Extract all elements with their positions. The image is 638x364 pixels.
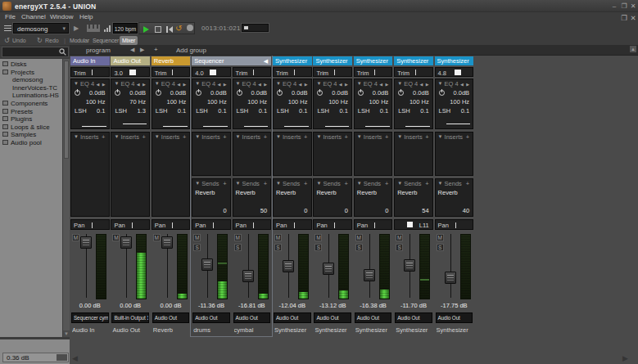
inserts-panel-header[interactable]: ▼Inserts+ [71, 133, 109, 141]
eq-panel-header[interactable]: ▼EQ 4◀ ▶ [274, 80, 311, 88]
tab-mixer[interactable]: Mixer [120, 36, 138, 45]
eq-panel-header[interactable]: ▼EQ 4◀ ▶ [395, 80, 432, 88]
menu-window[interactable]: Window [50, 13, 73, 20]
rewind-button[interactable] [166, 26, 173, 33]
solo-button-synthesizer[interactable]: S [314, 244, 322, 251]
play-button[interactable] [143, 26, 149, 33]
sends-panel-header[interactable]: ▼Sends+ [192, 180, 230, 187]
fader-handle-audio-out[interactable] [120, 236, 132, 249]
main-menu-icon[interactable] [4, 25, 11, 31]
fader-handle-cymbal[interactable] [242, 270, 254, 282]
send-amount-value[interactable]: 40 [463, 207, 469, 214]
menu-file[interactable]: File [5, 13, 16, 20]
output-selector-synthesizer[interactable]: Audio Out [355, 312, 392, 323]
mute-button-reverb[interactable]: M [153, 234, 161, 241]
sends-panel-header[interactable]: ▼Sends+ [233, 180, 271, 187]
output-selector-synthesizer[interactable]: Audio Out [436, 312, 473, 323]
sends-panel-header[interactable]: ▼Sends+ [395, 180, 432, 187]
eq-power-icon[interactable] [75, 90, 80, 96]
eq-band-arrows[interactable]: ◀ ▶ [218, 82, 228, 87]
output-selector-synthesizer[interactable]: Audio Out [395, 312, 432, 323]
output-selector-drums[interactable]: Audio Out [192, 312, 230, 323]
add-insert-icon[interactable]: + [102, 133, 105, 141]
strip-header-synthesizer[interactable]: Synthesizer [354, 56, 393, 65]
output-selector-audio-in[interactable]: Sequencer cym [71, 312, 109, 323]
preview-volume-handle[interactable] [57, 354, 67, 361]
tab-sequencer[interactable]: Sequencer [90, 36, 121, 45]
add-send-icon[interactable]: + [304, 180, 307, 187]
send-amount-value[interactable]: 0 [385, 207, 388, 214]
trim-handle[interactable] [129, 70, 136, 75]
strip-header-audio-out[interactable]: Audio Out [111, 56, 150, 65]
search-input[interactable] [2, 47, 69, 57]
add-insert-icon[interactable]: + [466, 133, 469, 141]
trim-slider-synthesizer[interactable]: Trim [273, 67, 312, 77]
trim-slider-cymbal[interactable]: Trim [233, 67, 272, 77]
master-mini-slider[interactable] [242, 24, 269, 32]
inserts-panel-header[interactable]: ▼Inserts+ [111, 133, 149, 141]
add-group-button[interactable]: Add group [176, 47, 206, 54]
mdi-close-button[interactable]: ✕ [629, 14, 637, 22]
strip-header-audio-in[interactable]: Audio In [70, 56, 110, 65]
pan-handle[interactable] [407, 222, 413, 227]
trim-slider-synthesizer[interactable]: Trim [313, 67, 352, 77]
mute-button-audio-in[interactable]: M [72, 234, 79, 241]
add-insert-icon[interactable]: + [385, 133, 388, 141]
inserts-panel-header[interactable]: ▼Inserts+ [274, 133, 311, 141]
tree-scrollbar[interactable]: ▼ [63, 59, 70, 337]
pan-slider-synthesizer[interactable]: Pan [435, 219, 474, 230]
mute-button-synthesizer[interactable]: M [396, 234, 403, 241]
send-amount-value[interactable]: 50 [260, 207, 267, 214]
close-button[interactable]: ✕ [629, 2, 637, 11]
send-target-label[interactable]: Reverb [276, 189, 296, 196]
eq-band-arrows[interactable]: ◀ ▶ [298, 82, 308, 87]
mixer-hscroll-right-arrow[interactable]: ▶ [622, 354, 628, 362]
send-target-label[interactable]: Reverb [236, 189, 256, 196]
sidebar-item-components[interactable]: Components [0, 100, 62, 108]
sidebar-item-samples[interactable]: Samples [0, 131, 62, 139]
output-selector-cymbal[interactable]: Audio Out [233, 312, 271, 323]
inserts-panel-header[interactable]: ▼Inserts+ [395, 133, 432, 141]
output-selector-audio-out[interactable]: Built-in Output 1 [111, 312, 149, 323]
trim-handle[interactable] [210, 70, 216, 75]
pan-slider-audio-in[interactable]: Pan [70, 219, 110, 230]
solo-button-synthesizer[interactable]: S [274, 244, 282, 251]
add-insert-icon[interactable]: + [143, 133, 146, 141]
sidebar-item-loops-slice[interactable]: Loops & slice [0, 124, 62, 132]
eq-band-arrows[interactable]: ◀ ▶ [339, 82, 349, 87]
menu-channel[interactable]: Channel [21, 13, 46, 20]
eq-band-arrows[interactable]: ◀ ▶ [460, 82, 470, 87]
add-send-icon[interactable]: + [345, 180, 348, 187]
fader-handle-synthesizer[interactable] [283, 260, 294, 272]
eq-power-icon[interactable] [358, 90, 364, 96]
strip-header-sequencer[interactable]: Sequencer◀ [192, 56, 271, 65]
redo-button[interactable]: Redo [45, 38, 59, 43]
mixer-vscroll-up-arrow[interactable]: ▲ [630, 46, 636, 52]
inserts-panel-header[interactable]: ▼Inserts+ [355, 133, 392, 141]
mute-button-audio-out[interactable]: M [112, 234, 120, 241]
eq-band-arrows[interactable]: ◀ ▶ [379, 82, 389, 87]
solo-button-synthesizer[interactable]: S [437, 244, 444, 251]
mute-button-cymbal[interactable]: M [234, 234, 242, 241]
inserts-panel-header[interactable]: ▼Inserts+ [436, 133, 473, 141]
sidebar-item-audio-pool[interactable]: Audio pool [0, 139, 62, 147]
inserts-panel-header[interactable]: ▼Inserts+ [233, 133, 271, 141]
solo-button-cymbal[interactable]: S [234, 244, 242, 251]
sidebar-item-luminations-hs[interactable]: Luminations-HS [0, 92, 62, 100]
add-send-icon[interactable]: + [466, 180, 469, 187]
eq-power-icon[interactable] [398, 90, 404, 96]
send-amount-value[interactable]: 54 [422, 207, 428, 214]
sidebar-item-disks[interactable]: Disks [0, 61, 62, 69]
piano-icon[interactable] [87, 25, 101, 33]
loop-button[interactable]: ↺ [175, 24, 182, 33]
tempo-display[interactable]: 120 bpm [113, 23, 138, 34]
add-insert-icon[interactable]: + [183, 133, 186, 141]
solo-button-synthesizer[interactable]: S [355, 244, 363, 251]
inserts-panel-header[interactable]: ▼Inserts+ [152, 133, 190, 141]
eq-panel-header[interactable]: ▼EQ 4◀ ▶ [152, 80, 190, 88]
add-insert-icon[interactable]: + [223, 133, 226, 141]
menu-help[interactable]: Help [79, 13, 93, 20]
pan-slider-reverb[interactable]: Pan [152, 219, 191, 230]
sidebar-item-demosong[interactable]: demosong [0, 76, 62, 84]
fader-handle-synthesizer[interactable] [323, 263, 334, 275]
